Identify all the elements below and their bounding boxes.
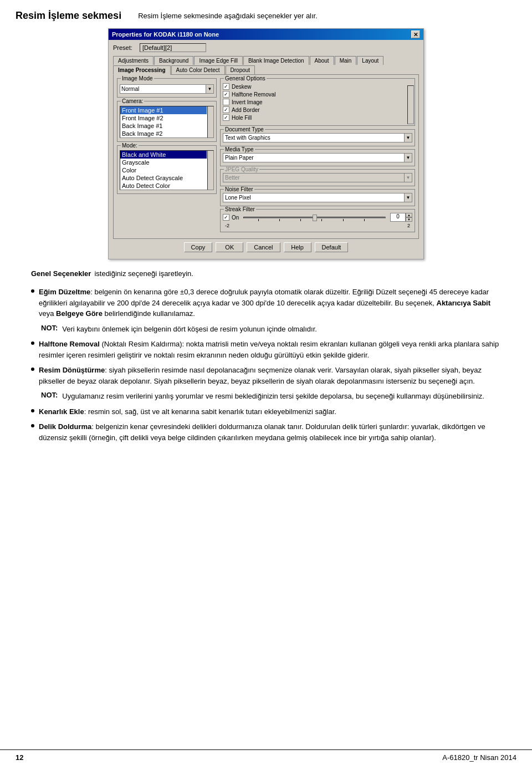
screenshot-area: Properties for KODAK i1180 on None ✕ Pre…	[105, 28, 427, 259]
bullet-text-holefill: Delik Doldurma: belgenizin kenar çevresi…	[39, 421, 501, 443]
checkbox-deskew[interactable]	[223, 83, 229, 90]
streak-spin-down[interactable]: ▼	[406, 217, 412, 222]
bullet-bold-border: Kenarlık Ekle	[39, 407, 84, 416]
streak-filter-checkbox[interactable]: ✓	[223, 214, 229, 221]
dialog-titlebar: Properties for KODAK i1180 on None ✕	[109, 29, 423, 40]
tab-background[interactable]: Background	[154, 56, 193, 65]
camera-item-2[interactable]: Front Image #2	[120, 114, 207, 122]
cancel-button[interactable]: Cancel	[247, 242, 280, 252]
footer-doc-info: A-61820_tr Nisan 2014	[442, 753, 516, 762]
jpeg-quality-title: JPEG Quality	[224, 166, 259, 172]
mode-item-auto-grayscale[interactable]: Auto Detect Grayscale	[120, 174, 207, 182]
tab-auto-color-detect[interactable]: Auto Color Detect	[171, 65, 225, 75]
jpeg-quality-arrow: ▼	[405, 173, 412, 182]
tab-layout[interactable]: Layout	[357, 56, 383, 65]
image-mode-arrow[interactable]: ▼	[206, 84, 214, 94]
checkbox-halftone-label: Halftone Removal	[232, 91, 275, 98]
checkbox-holefill-label: Hole Fill	[232, 115, 252, 121]
page-title-row: Resim İşleme sekmesi Resim İşleme sekmes…	[16, 10, 516, 22]
tab-dropout[interactable]: Dropout	[226, 65, 255, 75]
bullet-bold-halftone: Halftone Removal	[39, 340, 100, 348]
mode-item-color[interactable]: Color	[120, 166, 207, 174]
document-type-arrow[interactable]: ▼	[405, 133, 412, 142]
media-type-arrow[interactable]: ▼	[405, 153, 412, 162]
bullet-text-egim: Eğim Düzeltme: belgenin ön kenarına göre…	[39, 287, 501, 319]
mode-label: Mode:	[121, 142, 139, 149]
bullet-dot-holefill	[31, 424, 34, 427]
tabs-area: Adjustments Background Image Edge Fill B…	[113, 55, 419, 74]
streak-slider-thumb[interactable]	[313, 215, 317, 221]
image-mode-dropdown-row: Normal ▼	[120, 84, 214, 94]
media-type-row: Plain Paper ▼	[223, 153, 412, 162]
camera-scrollbar[interactable]	[207, 106, 214, 138]
streak-slider-area	[241, 217, 388, 218]
preset-row: Preset: [Default][2]	[113, 43, 419, 52]
bullet-holefill: Delik Doldurma: belgenizin kenar çevresi…	[31, 421, 501, 443]
jpeg-quality-row: Better ▼	[223, 173, 412, 182]
mode-item-bw[interactable]: Black and White	[120, 151, 207, 159]
checkbox-invert[interactable]	[223, 99, 229, 105]
copy-button[interactable]: Copy	[184, 242, 213, 252]
checkbox-deskew-row: Deskew	[223, 83, 412, 90]
tab-blank-image-detection[interactable]: Blank Image Detection	[243, 56, 309, 65]
bullet-border: Kenarlık Ekle: resmin sol, sağ, üst ve a…	[31, 406, 501, 417]
page-footer: 12 A-61820_tr Nisan 2014	[0, 749, 532, 765]
image-mode-select-row: Normal ▼	[120, 84, 214, 94]
noise-filter-arrow[interactable]: ▼	[405, 193, 412, 202]
checkbox-border[interactable]	[223, 106, 229, 113]
tick-3	[300, 219, 301, 221]
jpeg-quality-select: Better	[223, 173, 405, 182]
camera-listbox: Front Image #1 Front Image #2 Back Image…	[120, 106, 214, 138]
tab-main[interactable]: Main	[335, 56, 357, 65]
right-panel: General Options Deskew Halftone Removal	[220, 78, 415, 235]
streak-number-box: 0 ▲ ▼	[390, 213, 412, 222]
body-text: Genel Seçenekler istediğiniz seçeneği iş…	[16, 269, 516, 443]
tab-image-processing[interactable]: Image Processing	[113, 65, 171, 75]
close-button[interactable]: ✕	[411, 30, 420, 38]
mode-item-grayscale[interactable]: Grayscale	[120, 159, 207, 166]
default-button[interactable]: Default	[315, 242, 349, 252]
checkbox-halftone[interactable]	[223, 91, 229, 98]
mode-listbox: Black and White Grayscale Color Auto Det…	[120, 150, 214, 190]
streak-scale: -2 2	[223, 223, 412, 228]
ok-button[interactable]: OK	[216, 242, 243, 252]
document-type-select[interactable]: Text with Graphics	[223, 133, 405, 142]
tick-6	[364, 219, 365, 221]
checkbox-border-row: Add Border	[223, 106, 412, 113]
media-type-title: Media Type	[224, 146, 255, 152]
mode-item-auto-color[interactable]: Auto Detect Color	[120, 182, 207, 190]
main-content: Resim İşleme sekmesi Resim İşleme sekmes…	[0, 0, 532, 749]
mode-group: Mode: Black and White Grayscale Color Au…	[117, 145, 217, 194]
bullet-bold-invert: Resim Dönüştürme	[39, 366, 105, 374]
options-scrollbar[interactable]	[407, 85, 414, 124]
camera-item-4[interactable]: Back Image #2	[120, 130, 207, 137]
checkbox-holefill[interactable]	[223, 114, 229, 121]
tick-4	[321, 219, 322, 221]
document-type-group: Document Type Text with Graphics ▼	[220, 129, 415, 146]
camera-item-3[interactable]: Back Image #1	[120, 122, 207, 130]
preset-label: Preset:	[113, 44, 135, 51]
checkbox-invert-row: Invert Image	[223, 99, 412, 105]
tab-image-edge-fill[interactable]: Image Edge Fill	[194, 56, 242, 65]
streak-filter-value-label: On	[232, 215, 239, 221]
tab-adjustments[interactable]: Adjustments	[113, 56, 154, 65]
bullet-dot-egim	[31, 289, 34, 293]
camera-group: Camera: Front Image #1 Front Image #2 Ba…	[117, 101, 217, 142]
bullet-halftone: Halftone Removal (Noktalı Resim Kaldırma…	[31, 339, 501, 360]
streak-slider-track[interactable]	[243, 217, 386, 218]
help-button[interactable]: Help	[284, 242, 311, 252]
streak-number-input[interactable]: 0	[390, 213, 406, 222]
document-type-title: Document Type	[224, 126, 265, 132]
main-panel: Image Mode Normal ▼ Camera	[113, 74, 419, 239]
jpeg-quality-group: JPEG Quality Better ▼	[220, 169, 415, 186]
camera-item-1[interactable]: Front Image #1	[120, 106, 207, 114]
mode-scrollbar[interactable]	[207, 150, 214, 190]
image-mode-select[interactable]: Normal	[120, 84, 206, 94]
page-subtitle: Resim İşleme sekmesinde aşağıdaki seçene…	[138, 10, 318, 20]
noise-filter-select[interactable]: Lone Pixel	[223, 193, 405, 202]
dialog-title: Properties for KODAK i1180 on None	[112, 31, 219, 38]
tab-about[interactable]: About	[310, 56, 334, 65]
media-type-select[interactable]: Plain Paper	[223, 153, 405, 162]
streak-spin-up[interactable]: ▲	[406, 213, 412, 217]
general-options-title: General Options	[224, 75, 267, 81]
